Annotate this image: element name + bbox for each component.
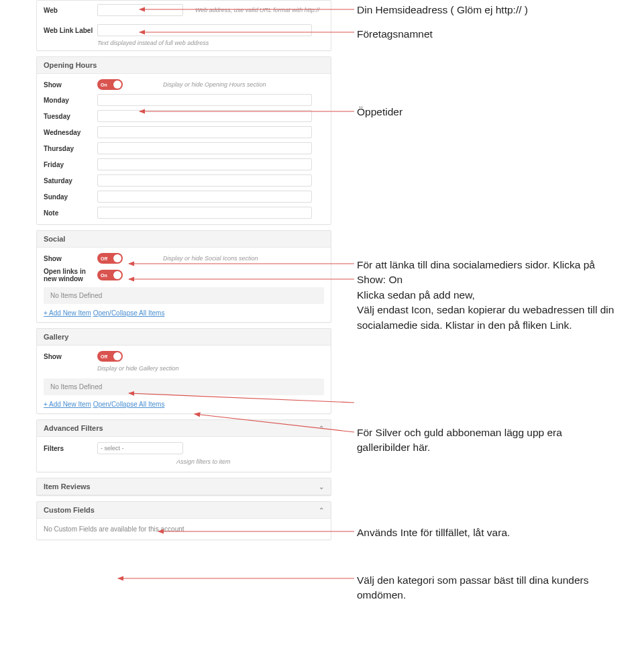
toggle-knob-icon: [113, 81, 121, 89]
annotation-filters: Används Inte för tillfället, låt vara.: [357, 525, 598, 540]
toggle-off-text2: Off: [101, 354, 107, 359]
toggle-show-social[interactable]: Off: [97, 253, 123, 264]
header-adv-filters[interactable]: Advanced Filters ⌃: [37, 420, 331, 437]
label-open-links: Open links in new window: [44, 268, 97, 282]
card-gallery: Gallery Show Off Display or hide Gallery…: [36, 328, 331, 414]
select-filters-value: - select -: [101, 445, 124, 452]
toggle-open-links[interactable]: On: [97, 270, 123, 280]
label-sunday: Sunday: [44, 193, 97, 201]
toggle-knob-icon: [113, 271, 121, 279]
header-gallery[interactable]: Gallery: [37, 329, 331, 346]
label-show-gallery: Show: [44, 353, 97, 360]
card-custom-fields: Custom Fields ⌃ No Custom Fields are ava…: [36, 501, 331, 540]
input-monday[interactable]: [97, 94, 312, 106]
row-friday: Friday: [37, 156, 331, 172]
row-tuesday: Tuesday: [37, 108, 331, 124]
card-opening-hours: Opening Hours Show On Display or hide Op…: [36, 56, 331, 225]
toggle-on-text2: On: [101, 273, 107, 278]
annotation-web: Din Hemsideadress ( Glöm ej http:// ): [357, 3, 612, 17]
label-weblink: Web Link Label: [44, 27, 97, 34]
help-show-opening: Display or hide Opening Hours section: [163, 81, 324, 89]
input-tuesday[interactable]: [97, 110, 312, 122]
header-custom-fields[interactable]: Custom Fields ⌃: [37, 502, 331, 519]
toggle-show-opening[interactable]: On: [97, 79, 123, 90]
input-note[interactable]: [97, 207, 312, 219]
row-web: Web Web address, use valid URL format wi…: [37, 2, 331, 18]
chevron-down-icon: ⌄: [319, 483, 324, 491]
header-gallery-label: Gallery: [44, 333, 68, 341]
header-social-label: Social: [44, 235, 65, 243]
row-thursday: Thursday: [37, 140, 331, 156]
label-wednesday: Wednesday: [44, 129, 97, 136]
row-note: Note: [37, 205, 331, 224]
toggle-off-text: Off: [101, 256, 107, 261]
input-saturday[interactable]: [97, 174, 312, 187]
label-note: Note: [44, 209, 97, 217]
add-new-social-link[interactable]: + Add New Item: [44, 309, 91, 317]
label-saturday: Saturday: [44, 177, 97, 185]
no-items-social: No Items Defined: [44, 287, 324, 304]
card-contact: Web Web address, use valid URL format wi…: [36, 0, 331, 51]
toggle-show-gallery[interactable]: Off: [97, 351, 123, 362]
row-show-gallery: Show Off: [37, 346, 331, 364]
label-monday: Monday: [44, 97, 97, 104]
input-wednesday[interactable]: [97, 126, 312, 138]
label-show-opening: Show: [44, 81, 97, 89]
open-collapse-gallery-link[interactable]: Open/Collapse All Items: [93, 401, 165, 408]
help-show-gallery: Display or hide Gallery section: [37, 364, 331, 376]
annotation-gallery: För Silver och guld abboneman lägg upp e…: [357, 425, 585, 456]
input-friday[interactable]: [97, 158, 312, 170]
annotation-company: Företagsnamnet: [357, 27, 612, 42]
annotation-social: För att länka till dina socialamediers s…: [357, 258, 625, 333]
row-show-opening: Show On Display or hide Opening Hours se…: [37, 74, 331, 92]
form-panel: Web Web address, use valid URL format wi…: [36, 0, 331, 546]
card-advanced-filters: Advanced Filters ⌃ Filters - select - As…: [36, 419, 331, 472]
select-filters[interactable]: - select -: [97, 442, 183, 454]
row-weblink: Web Link Label: [37, 22, 331, 38]
label-thursday: Thursday: [44, 145, 97, 152]
card-item-reviews: Item Reviews ⌄: [36, 478, 331, 496]
help-web: Web address, use valid URL format with h…: [195, 7, 324, 14]
label-friday: Friday: [44, 161, 97, 168]
annotation-opening: Öppetider: [357, 105, 612, 119]
link-row-social: + Add New Item Open/Collapse All Items: [37, 307, 331, 322]
help-show-social: Display or hide Social Icons section: [163, 255, 324, 262]
input-weblink[interactable]: [97, 24, 312, 36]
row-sunday: Sunday: [37, 189, 331, 205]
chevron-up-icon: ⌃: [319, 425, 324, 432]
chevron-up-icon: ⌃: [319, 507, 324, 514]
row-show-social: Show Off Display or hide Social Icons se…: [37, 248, 331, 266]
row-open-links: Open links in new window On: [37, 266, 331, 285]
label-show-social: Show: [44, 255, 97, 262]
no-items-gallery: No Items Defined: [44, 378, 324, 395]
header-item-reviews-label: Item Reviews: [44, 482, 91, 491]
label-web: Web: [44, 7, 97, 14]
toggle-knob-icon: [113, 254, 121, 262]
input-web[interactable]: [97, 4, 183, 16]
header-opening-label: Opening Hours: [44, 61, 97, 69]
row-monday: Monday: [37, 92, 331, 108]
open-collapse-social-link[interactable]: Open/Collapse All Items: [93, 309, 165, 317]
header-social[interactable]: Social: [37, 231, 331, 248]
toggle-on-text: On: [101, 83, 107, 87]
row-filters: Filters - select -: [37, 437, 331, 457]
header-adv-filters-label: Advanced Filters: [44, 424, 103, 432]
header-item-reviews[interactable]: Item Reviews ⌄: [37, 478, 331, 495]
input-sunday[interactable]: [97, 191, 312, 203]
label-tuesday: Tuesday: [44, 113, 97, 120]
help-weblink: Text displayed instead of full web addre…: [37, 38, 331, 50]
toggle-knob-icon: [113, 352, 121, 360]
row-wednesday: Wednesday: [37, 124, 331, 140]
custom-fields-text: No Custom Fields are available for this …: [37, 519, 331, 539]
annotation-reviews: Välj den kategori som passar bäst till d…: [357, 573, 598, 603]
label-filters: Filters: [44, 445, 97, 452]
card-social: Social Show Off Display or hide Social I…: [36, 230, 331, 323]
add-new-gallery-link[interactable]: + Add New Item: [44, 401, 91, 408]
link-row-gallery: + Add New Item Open/Collapse All Items: [37, 398, 331, 413]
row-saturday: Saturday: [37, 172, 331, 189]
input-thursday[interactable]: [97, 142, 312, 154]
header-custom-fields-label: Custom Fields: [44, 506, 95, 514]
help-filters: Assign filters to item: [37, 457, 331, 472]
header-opening[interactable]: Opening Hours: [37, 57, 331, 74]
